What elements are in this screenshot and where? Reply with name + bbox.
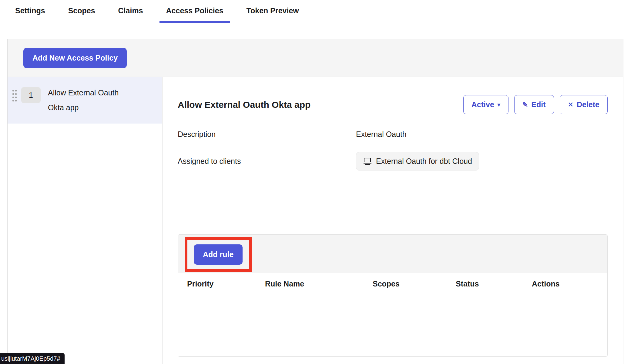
monitor-icon — [363, 157, 372, 165]
add-rule-button[interactable]: Add rule — [194, 244, 243, 265]
policy-action-buttons: Active ▾ ✎ Edit ✕ Delete — [463, 95, 608, 114]
add-new-access-policy-button[interactable]: Add New Access Policy — [23, 48, 127, 68]
close-icon: ✕ — [568, 101, 573, 108]
policy-list-item[interactable]: 1 Allow External Oauth Okta app — [8, 77, 162, 124]
column-header-priority: Priority — [187, 280, 265, 288]
access-policies-panel: Add New Access Policy 1 Allow External O… — [7, 39, 623, 364]
rules-table-header: Priority Rule Name Scopes Status Actions — [178, 273, 607, 295]
tab-bar: Settings Scopes Claims Access Policies T… — [0, 0, 624, 23]
active-status-label: Active — [471, 100, 494, 109]
panel-content: 1 Allow External Oauth Okta app Allow Ex… — [8, 77, 623, 364]
tab-scopes[interactable]: Scopes — [62, 6, 102, 23]
policy-title: Allow External Oauth Okta app — [178, 100, 310, 110]
delete-button-label: Delete — [577, 100, 599, 109]
policy-priority-badge: 1 — [21, 87, 41, 103]
section-divider — [178, 198, 608, 198]
column-header-actions: Actions — [532, 280, 607, 288]
policy-info-grid: Description External Oauth Assigned to c… — [178, 130, 608, 170]
active-status-dropdown[interactable]: Active ▾ — [463, 95, 508, 114]
policy-list: 1 Allow External Oauth Okta app — [8, 77, 163, 364]
pencil-icon: ✎ — [522, 101, 528, 108]
policy-detail-header: Allow External Oauth Okta app Active ▾ ✎… — [178, 95, 608, 114]
chevron-down-icon: ▾ — [498, 101, 500, 108]
tab-token-preview[interactable]: Token Preview — [240, 6, 306, 23]
tab-claims[interactable]: Claims — [112, 6, 150, 23]
description-label: Description — [178, 130, 356, 139]
column-header-status: Status — [456, 280, 532, 288]
rules-toolbar: Add rule — [178, 235, 607, 273]
rules-section: Add rule Priority Rule Name Scopes Statu… — [178, 234, 608, 357]
assigned-clients-label: Assigned to clients — [178, 157, 356, 166]
client-chip[interactable]: External Oauth for dbt Cloud — [356, 152, 479, 170]
tab-access-policies[interactable]: Access Policies — [159, 6, 230, 23]
client-chip-label: External Oauth for dbt Cloud — [376, 157, 472, 166]
drag-handle-icon[interactable] — [12, 89, 17, 102]
edit-button[interactable]: ✎ Edit — [514, 95, 554, 114]
tab-settings[interactable]: Settings — [8, 6, 52, 23]
delete-button[interactable]: ✕ Delete — [560, 95, 608, 114]
link-status-tooltip: usijiutarM7Aj0Ep5d7# — [0, 353, 65, 364]
policy-detail: Allow External Oauth Okta app Active ▾ ✎… — [163, 77, 623, 364]
column-header-rule-name: Rule Name — [265, 280, 373, 288]
description-value: External Oauth — [356, 130, 608, 139]
panel-toolbar: Add New Access Policy — [8, 39, 623, 77]
rules-table-empty-body — [178, 295, 607, 356]
column-header-scopes: Scopes — [373, 280, 456, 288]
policy-item-label: Allow External Oauth Okta app — [48, 85, 136, 115]
annotation-highlight: Add rule — [185, 237, 252, 272]
edit-button-label: Edit — [531, 100, 545, 109]
